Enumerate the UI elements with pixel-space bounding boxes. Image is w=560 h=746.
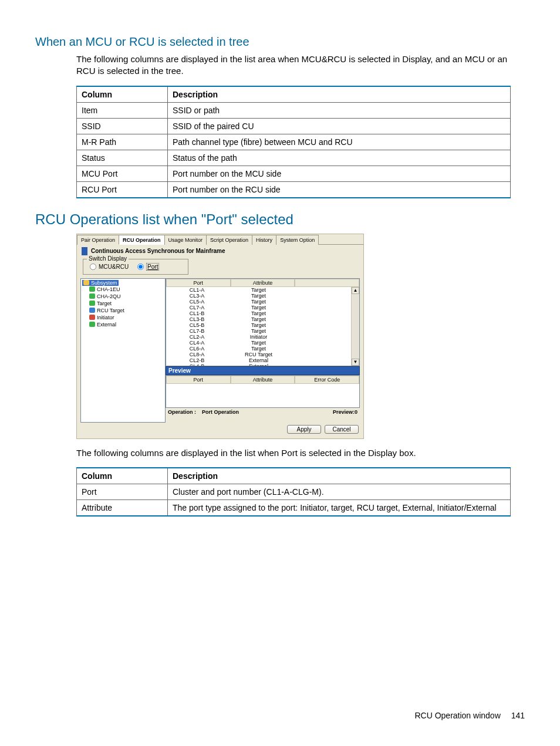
tree-node-icon (89, 308, 95, 313)
tab-system-option[interactable]: System Option (276, 235, 319, 245)
tab-strip: Pair OperationRCU OperationUsage Monitor… (77, 234, 363, 245)
list-row[interactable]: CL5-ATarget (166, 299, 351, 305)
tab-script-operation[interactable]: Script Operation (206, 235, 252, 245)
cell-attribute: Target (228, 287, 289, 293)
cell-column: Status (77, 150, 168, 166)
list-row[interactable]: CL7-ATarget (166, 305, 351, 310)
list-row[interactable]: CL2-AInitiator (166, 334, 351, 340)
list-col-port[interactable]: Port (166, 279, 231, 287)
tree-node-icon (89, 301, 95, 306)
switch-display-group: Switch Display MCU&RCU Port (83, 259, 188, 275)
col-header: Column (77, 86, 168, 103)
tree-item-rcu-target[interactable]: RCU Target (89, 307, 164, 314)
tree-item-target[interactable]: Target (89, 300, 164, 307)
cell-description: Path channel type (fibre) between MCU an… (168, 134, 511, 150)
cell-column: MCU Port (77, 166, 168, 181)
list-col-attribute[interactable]: Attribute (231, 279, 295, 287)
columns-table-1: Column Description ItemSSID or pathSSIDS… (76, 86, 511, 198)
cell-column: Item (77, 102, 168, 118)
cell-attribute: Target (228, 340, 289, 346)
radio-port-input[interactable] (137, 263, 144, 269)
preview-count: Preview:0 (333, 409, 357, 415)
table-row: AttributeThe port type assigned to the p… (77, 499, 511, 516)
cell-attribute: Target (228, 293, 289, 299)
list-row[interactable]: CL1-ATarget (166, 287, 351, 293)
cell-attribute: Initiator (228, 334, 289, 340)
list-row[interactable]: CL1-BTarget (166, 310, 351, 316)
list-row[interactable]: CL3-BTarget (166, 316, 351, 322)
table-row: RCU PortPort number on the RCU side (77, 181, 511, 198)
tree-node-icon (89, 322, 95, 327)
tree-item-cha-1eu[interactable]: CHA-1EU (89, 286, 164, 293)
table-row: StatusStatus of the path (77, 150, 511, 166)
table-row: ItemSSID or path (77, 102, 511, 118)
radio-mcu-rcu[interactable]: MCU&RCU (89, 263, 129, 271)
preview-col-port[interactable]: Port (166, 376, 231, 384)
vertical-scrollbar[interactable]: ▲ ▼ (351, 287, 359, 366)
tree-item-label: Initiator (97, 314, 114, 321)
tab-history[interactable]: History (252, 235, 276, 245)
tree-pane[interactable]: Subsystem CHA-1EUCHA-2QUTargetRCU Target… (80, 278, 166, 423)
table-row: PortCluster and port number (CL1-A-CLG-M… (77, 484, 511, 499)
cell-port: CL5-B (166, 322, 228, 328)
table-row: SSIDSSID of the paired CU (77, 118, 511, 134)
preview-col-error[interactable]: Error Code (295, 376, 359, 384)
operation-value: Port Operation (202, 409, 239, 415)
table-row: MCU PortPort number on the MCU side (77, 166, 511, 181)
tree-item-initiator[interactable]: Initiator (89, 314, 164, 321)
list-row[interactable]: CL6-ATarget (166, 346, 351, 352)
list-row[interactable]: CL4-BExternal (166, 363, 351, 366)
tree-root-subsystem[interactable]: Subsystem (82, 280, 119, 286)
cell-description: Cluster and port number (CL1-A-CLG-M). (168, 484, 511, 499)
list-row[interactable]: CL2-BExternal (166, 357, 351, 363)
list-row[interactable]: CL8-ARCU Target (166, 352, 351, 357)
list-row[interactable]: CL4-ATarget (166, 340, 351, 346)
port-list[interactable]: Port Attribute CL1-ATargetCL3-ATargetCL5… (166, 278, 360, 366)
cell-port: CL4-B (166, 363, 228, 366)
columns-table-2: Column Description PortCluster and port … (76, 467, 511, 517)
intro-text-2: The following columns are displayed in t… (76, 447, 525, 459)
cell-port: CL3-A (166, 293, 228, 299)
col-header: Column (77, 468, 168, 484)
preview-col-attribute[interactable]: Attribute (231, 376, 295, 384)
col-header: Description (168, 468, 511, 484)
cell-attribute: External (228, 363, 289, 366)
page-footer: RCU Operation window 141 (414, 711, 525, 720)
radio-port-label: Port (146, 263, 159, 271)
scroll-down-icon[interactable]: ▼ (352, 359, 359, 366)
cell-column: SSID (77, 118, 168, 134)
list-row[interactable]: CL7-BTarget (166, 328, 351, 334)
panel-title: Continuous Access Synchronous for Mainfr… (91, 248, 225, 254)
cell-description: Status of the path (168, 150, 511, 166)
cancel-button[interactable]: Cancel (325, 425, 359, 434)
footer-text: RCU Operation window (414, 711, 500, 720)
cell-attribute: Target (228, 310, 289, 316)
list-row[interactable]: CL5-BTarget (166, 322, 351, 328)
cell-port: CL7-A (166, 305, 228, 310)
preview-header: Preview (166, 366, 360, 375)
cell-port: CL2-A (166, 334, 228, 340)
tree-item-cha-2qu[interactable]: CHA-2QU (89, 293, 164, 300)
apply-button[interactable]: Apply (287, 425, 321, 434)
tree-item-external[interactable]: External (89, 321, 164, 328)
title-marker-icon (82, 247, 87, 255)
list-col-blank[interactable] (295, 279, 359, 287)
col-header: Description (168, 86, 511, 103)
rcu-operation-screenshot: Pair OperationRCU OperationUsage Monitor… (76, 234, 364, 439)
list-row[interactable]: CL3-ATarget (166, 293, 351, 299)
tree-root-label: Subsystem (91, 280, 117, 286)
tree-item-label: CHA-1EU (97, 286, 120, 293)
tab-rcu-operation[interactable]: RCU Operation (119, 235, 165, 245)
page-number: 141 (511, 711, 525, 720)
radio-port[interactable]: Port (137, 263, 159, 271)
scroll-up-icon[interactable]: ▲ (352, 287, 359, 294)
radio-mcu-rcu-input[interactable] (90, 263, 96, 269)
tab-usage-monitor[interactable]: Usage Monitor (164, 235, 207, 245)
heading-rcu-operations-port: RCU Operations list when "Port" selected (35, 211, 525, 228)
cell-description: SSID or path (168, 102, 511, 118)
preview-list[interactable]: Port Attribute Error Code (166, 375, 360, 408)
tree-item-label: CHA-2QU (97, 293, 121, 300)
tab-pair-operation[interactable]: Pair Operation (77, 235, 119, 245)
cell-attribute: External (228, 357, 289, 363)
cell-description: Port number on the RCU side (168, 181, 511, 198)
